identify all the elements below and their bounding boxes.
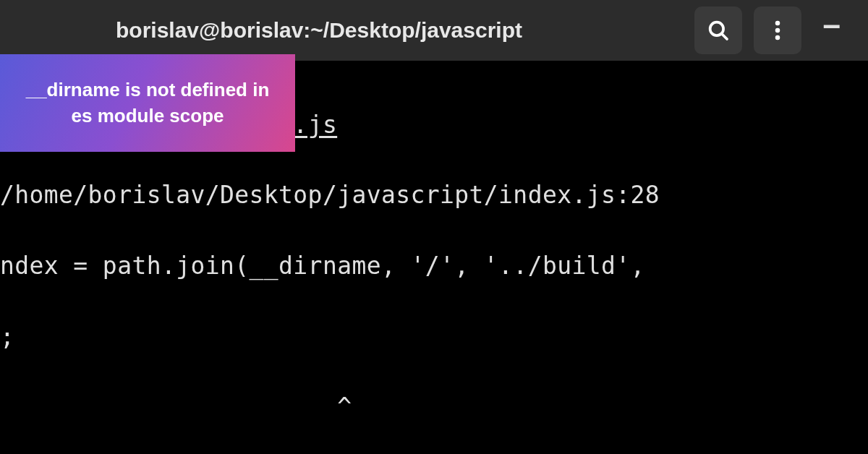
titlebar-controls: – bbox=[694, 7, 854, 54]
svg-line-1 bbox=[721, 34, 727, 40]
svg-point-2 bbox=[775, 21, 780, 26]
menu-button[interactable] bbox=[754, 7, 801, 54]
window-titlebar: borislav@borislav:~/Desktop/javascript – bbox=[0, 0, 868, 61]
terminal-text: .js bbox=[293, 111, 337, 139]
terminal-line: ndex = path.join(__dirname, '/', '../bui… bbox=[0, 249, 868, 284]
svg-point-3 bbox=[775, 28, 780, 33]
search-icon bbox=[706, 18, 731, 43]
terminal-line: .js bbox=[0, 108, 868, 143]
search-button[interactable] bbox=[694, 7, 742, 54]
terminal-output[interactable]: .js /home/borislav/Desktop/javascript/in… bbox=[0, 61, 868, 454]
minimize-button[interactable]: – bbox=[813, 7, 854, 54]
svg-point-4 bbox=[775, 35, 780, 40]
terminal-line: /home/borislav/Desktop/javascript/index.… bbox=[0, 178, 868, 213]
terminal-line: ; bbox=[0, 320, 868, 355]
window-title: borislav@borislav:~/Desktop/javascript bbox=[116, 18, 522, 43]
terminal-caret-line: ^ bbox=[0, 390, 868, 425]
kebab-menu-icon bbox=[765, 18, 790, 43]
